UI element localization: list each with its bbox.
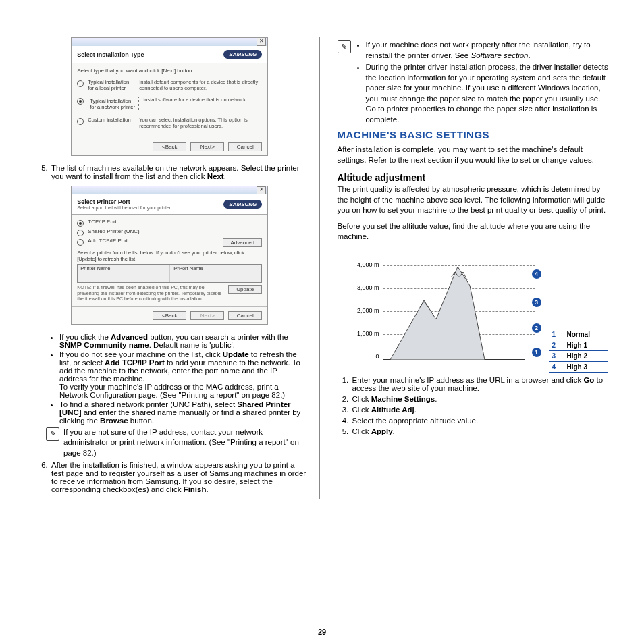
y-tick: 2,000 m [351,307,379,314]
y-tick: 0 [351,353,379,360]
back-button[interactable]: <Back [153,311,186,320]
y-tick: 3,000 m [351,284,379,291]
cancel-button[interactable]: Cancel [228,142,262,151]
step-list: The list of machines available on the ne… [32,164,307,180]
mountain-icon [383,260,525,360]
note-icon: ✎ [338,40,351,53]
table-row: 4High 3 [549,361,608,372]
option-network[interactable]: Typical installation for a network print… [77,97,262,111]
subsection-heading: Altitude adjustment [338,172,612,183]
radio-icon[interactable] [77,118,84,125]
brand-logo: SAMSUNG [223,50,262,59]
note-icon: ✎ [46,427,59,441]
cancel-button[interactable]: Cancel [228,311,262,320]
table-row: 2High 1 [549,340,608,350]
bullet-advanced: If you click the Advanced button, you ca… [59,333,307,349]
step-5: The list of machines available on the ne… [50,164,307,180]
radio-tcpip[interactable]: TCP/IP Port [77,219,262,227]
radio-icon[interactable] [77,230,84,236]
table-row: 1Normal [549,329,608,340]
bullet-update: If you do not see your machine on the li… [59,350,307,399]
step-2: Click Machine Settings. [351,395,612,403]
close-icon[interactable]: ✕ [257,186,266,194]
altitude-para-1: The print quality is affected by atmosph… [338,184,612,216]
back-button[interactable]: <Back [153,142,186,151]
dialog-title: Select Installation Type [77,51,144,58]
radio-unc[interactable]: Shared Printer (UNC) [77,228,262,236]
y-tick: 4,000 m [351,261,379,268]
bullet-unc: To find a shared network printer (UNC Pa… [59,400,307,425]
next-button[interactable]: Next> [190,142,224,151]
marker-3: 3 [532,298,541,307]
altitude-legend: 1Normal 2High 1 3High 2 4High 3 [549,329,608,373]
advanced-button[interactable]: Advanced [223,238,262,247]
dialog-title: Select Printer Port [77,198,130,205]
select-port-dialog: ✕ Select Printer Port Select a port that… [71,186,268,325]
step-6: After the installation is finished, a wi… [50,461,307,493]
step-4: Select the appropriate altitude value. [351,417,612,425]
marker-4: 4 [532,269,541,279]
step-3: Click Altitude Adj. [351,406,612,414]
step-5: Click Apply. [351,427,612,435]
next-button[interactable]: Next> [190,311,224,320]
ip-note: ✎ If you are not sure of the IP address,… [46,427,307,459]
install-type-dialog: ✕ Select Installation Type SAMSUNG Selec… [71,37,268,156]
y-tick: 1,000 m [351,330,379,337]
table-row: 3High 2 [549,350,608,361]
option-local[interactable]: Typical installation for a local printer… [77,79,262,91]
radio-icon[interactable] [77,220,84,227]
update-button[interactable]: Update [228,285,262,294]
page-number: 29 [0,628,644,636]
radio-icon[interactable] [77,80,84,87]
step-1: Enter your machine's IP address as the U… [351,376,612,392]
marker-2: 2 [532,323,541,333]
altitude-para-2: Before you set the altitude value, find … [338,221,612,242]
step-list: After the installation is finished, a wi… [32,461,307,493]
dialog-instruction: Select type that you want and click [Nex… [77,68,262,74]
close-icon[interactable]: ✕ [257,38,266,46]
bullet-list: If you click the Advanced button, you ca… [32,333,307,425]
printer-list[interactable]: Printer Name IP/Port Name [77,264,262,283]
install-note: ✎ If your machine does not work properly… [338,40,612,126]
left-column: ✕ Select Installation Type SAMSUNG Selec… [32,37,320,499]
note-item: If your machine does not work properly a… [366,40,612,61]
note-item: During the printer driver installation p… [366,62,612,125]
right-column: ✎ If your machine does not work properly… [335,37,612,499]
section-heading: MACHINE'S BASIC SETTINGS [338,129,612,140]
radio-icon[interactable] [77,98,84,105]
option-custom[interactable]: Custom installation You can select insta… [77,117,262,129]
section-intro: After installation is complete, you may … [338,144,612,165]
marker-1: 1 [532,348,541,357]
firewall-note: NOTE: If a firewall has been enabled on … [77,285,224,302]
dialog-subtitle: Select a port that will be used for your… [77,205,171,210]
radio-add-port[interactable]: Add TCP/IP Port [77,238,223,246]
list-instruction: Select a printer from the list below. If… [77,250,262,262]
radio-icon[interactable] [77,239,84,246]
col-ip-port: IP/Port Name [170,265,262,282]
brand-logo: SAMSUNG [223,200,262,209]
altitude-diagram: 4,000 m 3,000 m 2,000 m 1,000 m 0 1 2 3 … [351,248,608,369]
altitude-steps: Enter your machine's IP address as the U… [338,376,612,435]
col-printer-name: Printer Name [78,265,170,282]
